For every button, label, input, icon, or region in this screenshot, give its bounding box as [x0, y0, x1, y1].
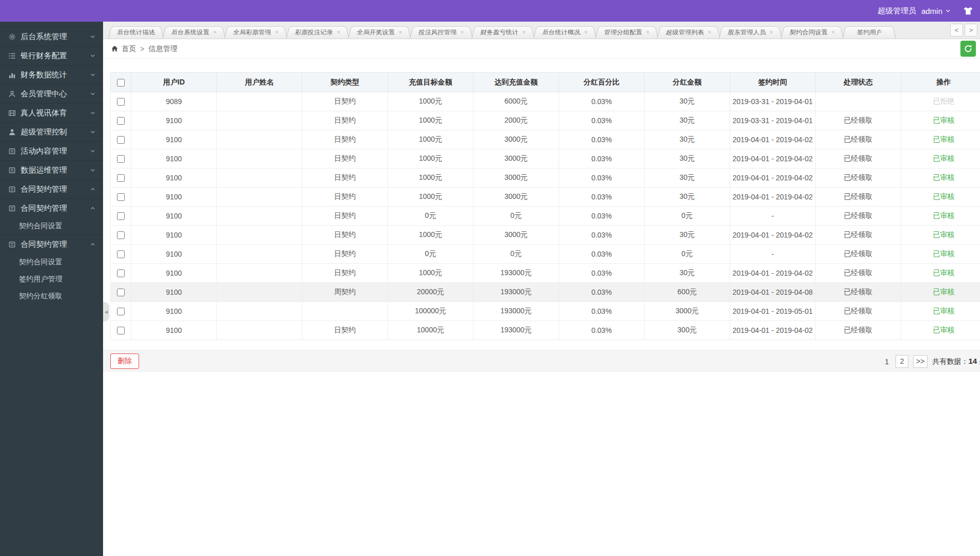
- sidebar-item[interactable]: 超级管理控制: [0, 122, 103, 141]
- refresh-button[interactable]: [960, 41, 976, 57]
- user-menu[interactable]: admin: [921, 7, 951, 15]
- tab[interactable]: 全局开奖设置×: [348, 26, 411, 39]
- close-icon[interactable]: ×: [584, 29, 588, 35]
- tab[interactable]: 投注风控管理×: [410, 26, 473, 39]
- sidebar-item[interactable]: 银行财务配置: [0, 46, 103, 65]
- page-number-current[interactable]: 1: [883, 358, 891, 366]
- cell-reached-amount: 193000元: [474, 264, 559, 283]
- tab[interactable]: 财务盈亏统计×: [471, 26, 535, 39]
- row-checkbox[interactable]: [117, 193, 125, 201]
- action-link[interactable]: 已审核: [933, 192, 955, 200]
- sidebar-item[interactable]: 财务数据统计: [0, 65, 103, 84]
- page-number-2[interactable]: 2: [895, 355, 908, 368]
- sidebar-item[interactable]: 后台系统管理: [0, 27, 103, 46]
- tab[interactable]: 后台系统设置×: [162, 26, 226, 39]
- action-link[interactable]: 已审核: [933, 116, 955, 124]
- sidebar-item-label: 合同契约管理: [21, 240, 90, 249]
- cell-dividend-percent: 0.03%: [559, 188, 645, 207]
- tabs-scroll-right-button[interactable]: >: [965, 24, 977, 37]
- tshirt-icon[interactable]: [962, 6, 974, 16]
- row-checkbox[interactable]: [117, 117, 125, 125]
- cell-action: 已审核: [901, 302, 980, 321]
- close-icon[interactable]: ×: [646, 29, 650, 35]
- close-icon[interactable]: ×: [769, 29, 774, 35]
- row-checkbox[interactable]: [117, 98, 125, 106]
- close-icon[interactable]: ×: [398, 29, 403, 35]
- action-link[interactable]: 已审核: [933, 173, 955, 181]
- row-checkbox[interactable]: [117, 231, 125, 239]
- table-row: 9100日契约0元0元0.03%0元-已经领取已审核: [111, 207, 980, 226]
- tabs-scroll-left-button[interactable]: <: [950, 24, 963, 37]
- sidebar-item[interactable]: 会员管理中心: [0, 84, 103, 103]
- tab[interactable]: 彩票投注记录×: [286, 26, 349, 39]
- sidebar-subitem[interactable]: 契约分红领取: [0, 288, 103, 305]
- row-checkbox[interactable]: [117, 155, 125, 163]
- tab[interactable]: 后台统计概况×: [533, 26, 597, 39]
- sidebar-item[interactable]: 数据运维管理: [0, 160, 103, 179]
- table-row: 9100日契约1000元3000元0.03%30元2019-04-01 - 20…: [111, 169, 980, 188]
- row-checkbox[interactable]: [117, 174, 125, 182]
- delete-button[interactable]: 删除: [110, 353, 139, 369]
- cell-user-id: 9100: [131, 111, 217, 130]
- page-forward-button[interactable]: >>: [913, 355, 927, 368]
- row-checkbox[interactable]: [117, 250, 125, 258]
- sidebar-item-label: 合同契约管理: [21, 184, 90, 194]
- cell-dividend-percent: 0.03%: [559, 207, 645, 226]
- cell-dividend-percent: 0.03%: [559, 111, 645, 130]
- select-all-checkbox[interactable]: [117, 79, 125, 87]
- sidebar-item[interactable]: 合同契约管理: [0, 234, 103, 254]
- action-link[interactable]: 已审核: [933, 249, 955, 258]
- sidebar-subitem[interactable]: 契约合同设置: [0, 254, 103, 271]
- sidebar-subitem[interactable]: 契约合同设置: [0, 217, 103, 234]
- list-icon: [8, 52, 16, 60]
- cell-user-id: 9100: [131, 321, 217, 340]
- sidebar-item[interactable]: 活动内容管理: [0, 141, 103, 160]
- action-link[interactable]: 已审核: [933, 326, 955, 334]
- column-header: 契约类型: [302, 73, 388, 92]
- row-checkbox[interactable]: [117, 269, 125, 277]
- row-checkbox[interactable]: [117, 327, 125, 334]
- sidebar-item[interactable]: 真人视讯体育: [0, 103, 103, 122]
- close-icon[interactable]: ×: [831, 29, 836, 35]
- sidebar-subitem[interactable]: 签约用户管理: [0, 271, 103, 288]
- action-link[interactable]: 已审核: [933, 154, 955, 162]
- action-link[interactable]: 已审核: [933, 268, 955, 277]
- close-icon[interactable]: ×: [460, 29, 465, 35]
- close-icon[interactable]: ×: [522, 29, 527, 35]
- table-row: 9100日契约1000元2000元0.03%30元2019-03-31 - 20…: [111, 111, 980, 130]
- action-link[interactable]: 已审核: [933, 288, 955, 296]
- close-icon[interactable]: ×: [213, 29, 217, 35]
- row-checkbox[interactable]: [117, 212, 125, 220]
- row-checkbox[interactable]: [117, 308, 125, 315]
- gear-icon: [8, 33, 16, 41]
- cell-process-status: 已经领取: [816, 130, 901, 149]
- tab[interactable]: 后台统计描述: [108, 26, 164, 39]
- breadcrumb-separator: >: [140, 45, 144, 53]
- username: admin: [921, 7, 942, 15]
- action-link[interactable]: 已审核: [933, 307, 955, 315]
- close-icon[interactable]: ×: [336, 29, 341, 35]
- cell-action: 已审核: [901, 283, 980, 302]
- tab[interactable]: 全局彩票管理×: [224, 26, 288, 39]
- close-icon[interactable]: ×: [707, 29, 712, 35]
- tab[interactable]: 股东管理人员×: [719, 26, 782, 39]
- action-link[interactable]: 已审核: [933, 135, 955, 143]
- cell-target-amount: 1000元: [388, 130, 474, 149]
- breadcrumb-current: 信息管理: [148, 44, 177, 54]
- sidebar-item[interactable]: 合同契约管理: [0, 179, 103, 198]
- action-link[interactable]: 已审核: [933, 230, 955, 239]
- action-link[interactable]: 已审核: [933, 211, 955, 220]
- tab[interactable]: 签约用户管理: [842, 26, 896, 39]
- row-checkbox[interactable]: [117, 136, 125, 144]
- close-icon[interactable]: ×: [275, 29, 279, 35]
- tab[interactable]: 超级管理列表×: [657, 26, 720, 39]
- sidebar-collapse-handle[interactable]: ◀: [103, 302, 109, 322]
- row-checkbox[interactable]: [117, 289, 125, 296]
- breadcrumb-home[interactable]: 首页: [122, 44, 136, 54]
- tab-label: 管理分组配置: [603, 28, 643, 37]
- cell-dividend-amount: 30元: [645, 226, 730, 245]
- chevron-down-icon: [90, 167, 96, 173]
- tab[interactable]: 契约合同设置×: [781, 26, 844, 39]
- sidebar-item[interactable]: 合同契约管理: [0, 198, 103, 217]
- tab[interactable]: 管理分组配置×: [595, 26, 658, 39]
